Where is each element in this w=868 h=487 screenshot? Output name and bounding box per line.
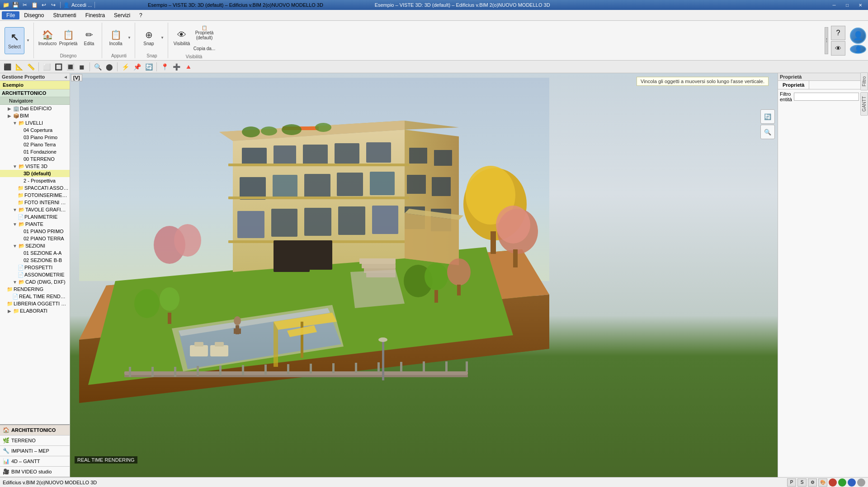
toggle-livelli[interactable]: ▼ (12, 120, 18, 126)
ribbon-icon-15[interactable]: 🔺 (183, 61, 193, 72)
toggle-elaborati[interactable]: ▶ (6, 308, 13, 314)
menu-file[interactable]: File (2, 11, 19, 19)
ribbon-icon-4[interactable]: ⬜ (41, 61, 52, 72)
toggle-dati-edificio[interactable]: ▶ (6, 105, 13, 112)
new-button[interactable]: 📁 (2, 1, 10, 9)
select-button[interactable]: ↖ Select (5, 27, 24, 54)
copia-da-button[interactable]: Copia da... (193, 43, 216, 53)
viewport[interactable]: [V] Vincola gli oggetti a muoversi solo … (70, 73, 778, 477)
section-terreno[interactable]: 🌿 TERRENO (0, 435, 70, 446)
project-name[interactable]: Esempio (0, 81, 70, 89)
dot-red[interactable] (829, 478, 837, 487)
dot-green[interactable] (838, 478, 846, 487)
ribbon-icon-3[interactable]: 📏 (25, 61, 36, 72)
ribbon-icon-11[interactable]: 📌 (132, 61, 142, 72)
toggle-viste-3d[interactable]: ▼ (12, 163, 18, 169)
proprieta-default-button[interactable]: 📋 Proprietà (default) (193, 23, 216, 42)
ribbon-icon-7[interactable]: ◼ (76, 61, 87, 72)
tree-item-3d-default[interactable]: 3D (default) (0, 170, 70, 177)
taskbar-btn-s[interactable]: S (797, 478, 807, 487)
ribbon-icon-6[interactable]: 🔳 (65, 61, 75, 72)
section-bim-video[interactable]: 🎥 BIM VIDEO studio (0, 467, 70, 477)
incolla-button[interactable]: 📋 Incolla (106, 24, 126, 51)
ribbon-collapse-handle[interactable]: ⋮ (825, 27, 828, 54)
tree-item-2-prospettiva[interactable]: 2 - Prospettiva (0, 177, 70, 184)
section-impianti-mep[interactable]: 🔧 IMPIANTI – MEP (0, 446, 70, 456)
menu-finestra[interactable]: Finestra (81, 11, 109, 19)
menu-strumenti[interactable]: Strumenti (48, 11, 80, 19)
save-button[interactable]: 💾 (11, 1, 19, 9)
tree-item-fotoinserimenti[interactable]: 📁 FOTOINSERIMENTI (0, 192, 70, 199)
incolla-dropdown[interactable]: ▼ (127, 24, 132, 51)
tree-item-02-piano-terra-p[interactable]: 02 PIANO TERRA (0, 235, 70, 242)
involucro-button[interactable]: 🏠 Involucro (38, 24, 57, 51)
toggle-bim[interactable]: ▶ (6, 112, 13, 119)
tree-item-livelli[interactable]: ▼ 📂 LIVELLI (0, 119, 70, 126)
tree-item-rendering[interactable]: 📁 RENDERING (0, 286, 70, 293)
visibilita-button[interactable]: 👁 Visibilità (172, 24, 192, 52)
tree-item-03-piano-primo[interactable]: 03 Piano Primo (0, 134, 70, 141)
tab-proprieta[interactable]: Proprietà (778, 81, 809, 89)
taskbar-btn-p[interactable]: P (787, 478, 796, 487)
snap-dropdown[interactable]: ▼ (160, 24, 165, 51)
menu-disegno[interactable]: Disegno (19, 11, 48, 19)
close-button[interactable]: ✕ (854, 1, 866, 9)
tree-item-02-piano-terra[interactable]: 02 Piano Terra (0, 141, 70, 148)
redo-button[interactable]: ↪ (49, 1, 57, 9)
ribbon-icon-10[interactable]: ⚡ (120, 61, 131, 72)
snap-button[interactable]: ⊕ Snap (139, 24, 159, 51)
tree-item-02-sezione-bb[interactable]: 02 SEZIONE B-B (0, 257, 70, 264)
help-icon[interactable]: ? (831, 26, 845, 40)
toggle-tavole[interactable]: ▼ (12, 206, 18, 213)
edita-button[interactable]: ✏ Edita (79, 24, 99, 51)
ribbon-icon-14[interactable]: ➕ (171, 61, 182, 72)
tree-item-04-copertura[interactable]: 04 Copertura (0, 126, 70, 134)
user-login[interactable]: 👤 Accedi ... (63, 2, 92, 8)
ribbon-icon-5[interactable]: 🔲 (53, 61, 64, 72)
tree-item-01-piano-primo[interactable]: 01 PIANO PRIMO (0, 228, 70, 235)
tree-item-01-fondazione[interactable]: 01 Fondazione (0, 148, 70, 155)
section-architettonico[interactable]: 🏠 ARCHITETTONICO (0, 425, 70, 435)
tree-item-foto-interni[interactable]: 📁 FOTO INTERNI & ESTE (0, 199, 70, 206)
user-label[interactable]: Accedi ... (71, 2, 92, 8)
copy-button[interactable]: 📋 (30, 1, 38, 9)
view-icon[interactable]: 👁 (831, 41, 845, 56)
dot-gray[interactable] (857, 478, 865, 487)
ribbon-icon-12[interactable]: 🔄 (143, 61, 154, 72)
tree-item-viste-3d[interactable]: ▼ 📂 VISTE 3D (0, 163, 70, 170)
minimize-button[interactable]: ─ (828, 1, 840, 9)
toggle-cad[interactable]: ▼ (12, 279, 18, 285)
select-dropdown[interactable]: ▼ (25, 27, 31, 54)
side-tab-filtro[interactable]: Filtro (860, 72, 868, 90)
taskbar-btn-color[interactable]: 🎨 (818, 478, 827, 487)
cut-button[interactable]: ✂ (21, 1, 29, 9)
tree-item-piante[interactable]: ▼ 📂 PIANTE (0, 220, 70, 228)
toggle-piante[interactable]: ▼ (12, 221, 18, 227)
ribbon-icon-8[interactable]: 🔍 (92, 61, 103, 72)
dot-blue[interactable] (848, 478, 856, 487)
side-tab-gantt[interactable]: GANTT (860, 92, 868, 116)
user-avatar2[interactable]: 👤 (850, 45, 866, 54)
tree-item-00-terreno[interactable]: 00 TERRENO (0, 155, 70, 163)
section-4d-gantt[interactable]: 📊 4D – GANTT (0, 456, 70, 467)
undo-button[interactable]: ↩ (40, 1, 48, 9)
tree-item-tavole-grafiche[interactable]: ▼ 📂 TAVOLE GRAFICHE (0, 206, 70, 213)
tree-item-assonometrie[interactable]: 📄 ASSONOMETRIE (0, 271, 70, 278)
tree-item-elaborati[interactable]: ▶ 📁 ELABORATI (0, 307, 70, 314)
taskbar-btn-gear[interactable]: ⚙ (808, 478, 817, 487)
tree-item-libreria[interactable]: 📁 LIBRERIA OGGETTI BIM (0, 300, 70, 307)
ribbon-icon-1[interactable]: ⬛ (2, 61, 13, 72)
filtro-input[interactable] (794, 93, 859, 101)
tree-item-spaccati[interactable]: 📁 SPACCATI ASSONOMET (0, 184, 70, 192)
tree-item-cad[interactable]: ▼ 📂 CAD (DWG, DXF) (0, 278, 70, 286)
tree-item-sezioni[interactable]: ▼ 📂 SEZIONI (0, 242, 70, 249)
rotate-view-button[interactable]: 🔄 (760, 109, 775, 124)
tree-item-dati-edificio[interactable]: ▶ 🏢 Dati EDIFICIO (0, 105, 70, 112)
toggle-sezioni[interactable]: ▼ (12, 243, 18, 249)
tree-item-01-sezione-aa[interactable]: 01 SEZIONE A-A (0, 249, 70, 257)
zoom-button[interactable]: 🔍 (760, 125, 775, 139)
panel-collapse-btn[interactable]: ◄ (63, 75, 68, 80)
tree-item-bim[interactable]: ▶ 📦 BIM (0, 112, 70, 119)
tree-item-planimetrie[interactable]: 📄 PLANIMETRIE (0, 213, 70, 220)
ribbon-icon-9[interactable]: ⬤ (104, 61, 115, 72)
